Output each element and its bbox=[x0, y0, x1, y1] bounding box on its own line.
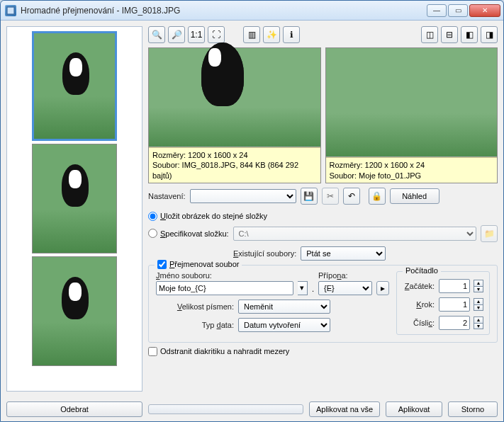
zoom-out-icon[interactable]: 🔎 bbox=[168, 26, 185, 43]
rename-checkbox[interactable]: Přejmenovat soubor bbox=[155, 260, 242, 269]
dims-label: Rozměry: 1200 x 1600 x 24 bbox=[152, 150, 317, 160]
footer: Odebrat Aplikovat na vše Aplikovat Storn… bbox=[1, 397, 503, 421]
date-type-label: Typ data: bbox=[156, 321, 234, 329]
delete-settings-icon[interactable]: ✂ bbox=[322, 188, 339, 205]
dims-label: Rozměry: 1200 x 1600 x 24 bbox=[330, 160, 494, 170]
existing-files-select[interactable]: Ptát se bbox=[301, 246, 386, 261]
window-title: Hromadné přejmenování - IMG_8018.JPG bbox=[21, 6, 427, 16]
preview-toolbar: 🔍 🔎 1:1 ⛶ ▥ ✨ ℹ ◫ ⊟ ◧ ◨ bbox=[148, 26, 498, 43]
remove-diacritics-checkbox[interactable]: Odstranit diakritiku a nahradit mezery bbox=[148, 347, 498, 356]
folder-path-select[interactable]: C:\ bbox=[233, 227, 476, 241]
filename-input[interactable] bbox=[156, 281, 293, 295]
settings-label: Nastavení: bbox=[148, 192, 186, 200]
counter-step-input[interactable] bbox=[439, 297, 470, 312]
thumbnail-list[interactable] bbox=[6, 26, 142, 392]
preview-info: Rozměry: 1200 x 1600 x 24 Soubor: IMG_80… bbox=[149, 147, 320, 183]
spin-icon[interactable]: ▲▼ bbox=[474, 298, 483, 311]
save-settings-icon[interactable]: 💾 bbox=[301, 188, 318, 205]
counter-digits-label: Číslic: bbox=[413, 319, 435, 327]
preview-button[interactable]: Náhled bbox=[390, 188, 439, 204]
layout-sidebyside-icon[interactable]: ◫ bbox=[421, 26, 438, 43]
file-label: Soubor: Moje foto_01.JPG bbox=[330, 171, 494, 181]
settings-row: Nastavení: 💾 ✂ ↶ 🔒 Náhled bbox=[148, 188, 498, 205]
progress-bar bbox=[148, 404, 303, 414]
browse-folder-icon[interactable]: 📁 bbox=[481, 225, 498, 242]
case-select[interactable]: Neměnit bbox=[238, 300, 330, 314]
radio-same-folder[interactable]: Uložit obrázek do stejné složky bbox=[148, 212, 498, 221]
reset-settings-icon[interactable]: ↶ bbox=[343, 188, 360, 205]
zoom-in-icon[interactable]: 🔍 bbox=[148, 26, 165, 43]
ext-label: Přípona: bbox=[318, 271, 389, 280]
filename-label: Jméno souboru: bbox=[156, 271, 308, 280]
maximize-button[interactable]: ▭ bbox=[448, 4, 468, 17]
counter-start-label: Začátek: bbox=[405, 282, 435, 290]
radio-specify-folder[interactable]: Specifikovat složku: bbox=[148, 229, 229, 238]
date-type-select[interactable]: Datum vytvoření bbox=[238, 318, 330, 332]
thumbnail-item[interactable] bbox=[32, 31, 117, 141]
settings-select[interactable] bbox=[190, 189, 296, 203]
preview-after: Rozměry: 1200 x 1600 x 24 Soubor: Moje f… bbox=[325, 47, 498, 183]
apply-all-button[interactable]: Aplikovat na vše bbox=[309, 401, 380, 417]
counter-group: Počítadlo Začátek: ▲▼ Krok: ▲▼ Čísl bbox=[396, 271, 490, 335]
minimize-button[interactable]: — bbox=[427, 4, 447, 17]
spin-icon[interactable]: ▲▼ bbox=[474, 316, 483, 329]
preview-image[interactable] bbox=[326, 48, 498, 157]
ext-select[interactable]: {E} bbox=[318, 281, 372, 295]
preview-info: Rozměry: 1200 x 1600 x 24 Soubor: Moje f… bbox=[326, 157, 498, 183]
histogram-icon[interactable]: ▥ bbox=[243, 26, 260, 43]
spin-icon[interactable]: ▲▼ bbox=[474, 280, 483, 292]
remove-button[interactable]: Odebrat bbox=[6, 401, 142, 417]
counter-start-input[interactable] bbox=[439, 279, 470, 293]
apply-button[interactable]: Aplikovat bbox=[386, 401, 442, 417]
layout-stacked-icon[interactable]: ⊟ bbox=[441, 26, 458, 43]
counter-digits-input[interactable] bbox=[439, 316, 470, 330]
rename-fieldset: Přejmenovat soubor Jméno souboru: ▾ bbox=[148, 265, 498, 343]
case-label: Velikost písmen: bbox=[156, 302, 234, 311]
preview-pair: Rozměry: 1200 x 1600 x 24 Soubor: IMG_80… bbox=[148, 47, 498, 183]
titlebar[interactable]: Hromadné přejmenování - IMG_8018.JPG — ▭… bbox=[1, 1, 503, 21]
ext-menu-icon[interactable]: ▸ bbox=[376, 281, 389, 295]
new-icon[interactable]: ✨ bbox=[263, 26, 280, 43]
file-label: Soubor: IMG_8018.JPG, 844 KB (864 292 ba… bbox=[152, 160, 317, 181]
thumbnail-item[interactable] bbox=[32, 144, 117, 253]
close-button[interactable]: ✕ bbox=[469, 4, 500, 17]
zoom-fit-icon[interactable]: ⛶ bbox=[208, 26, 225, 43]
layout-left-icon[interactable]: ◧ bbox=[461, 26, 478, 43]
info-icon[interactable]: ℹ bbox=[283, 26, 300, 43]
zoom-11-icon[interactable]: 1:1 bbox=[188, 26, 205, 43]
batch-rename-window: Hromadné přejmenování - IMG_8018.JPG — ▭… bbox=[0, 0, 504, 422]
counter-step-label: Krok: bbox=[416, 300, 435, 309]
existing-files-label: Existující soubory: bbox=[233, 249, 296, 258]
layout-right-icon[interactable]: ◨ bbox=[481, 26, 498, 43]
svg-rect-1 bbox=[8, 7, 14, 13]
cancel-button[interactable]: Storno bbox=[448, 401, 498, 417]
app-icon bbox=[5, 5, 16, 16]
lock-icon[interactable]: 🔒 bbox=[369, 188, 386, 205]
thumbnail-item[interactable] bbox=[32, 256, 117, 366]
